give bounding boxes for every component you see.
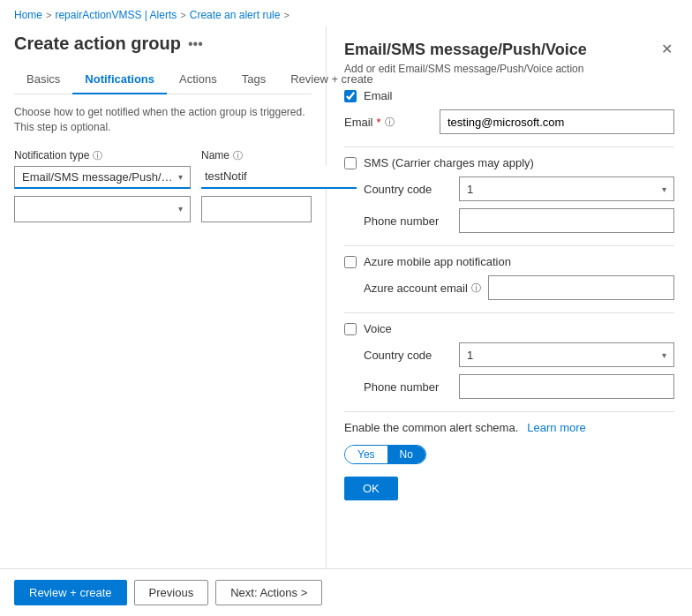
azure-email-info-icon[interactable]: ⓘ (471, 282, 481, 295)
notification-type-select[interactable]: Email/SMS message/Push/Voice ▾ (14, 166, 191, 189)
sms-country-code-label: Country code (364, 183, 452, 196)
tabs-nav: Basics Notifications Actions Tags Review… (14, 64, 312, 94)
more-options-icon[interactable]: ••• (188, 36, 203, 52)
voice-checkbox-row: Voice (344, 322, 674, 335)
sms-phone-label: Phone number (364, 214, 452, 228)
email-label: Email (364, 89, 393, 102)
common-alert-row: Enable the common alert schema. Learn mo… (344, 421, 674, 434)
notification-type-label: Notification type ⓘ (14, 149, 191, 162)
notification-type-select-2[interactable]: ▾ (14, 196, 191, 222)
breadcrumb-current[interactable]: Create an alert rule (190, 9, 281, 21)
azure-checkbox[interactable] (344, 256, 357, 268)
sms-phone-row: Phone number (344, 208, 674, 233)
divider-4 (344, 411, 674, 412)
email-field-label: Email * ⓘ (344, 116, 432, 129)
azure-checkbox-row: Azure mobile app notification (344, 255, 674, 268)
sms-phone-input[interactable] (459, 208, 674, 233)
email-field-row: Email * ⓘ (344, 109, 674, 134)
form-inputs-row-2: ▾ (14, 196, 312, 222)
next-button[interactable]: Next: Actions > (215, 580, 322, 605)
azure-email-input[interactable] (488, 275, 674, 300)
voice-phone-input[interactable] (459, 374, 674, 399)
voice-phone-label: Phone number (364, 380, 452, 394)
voice-country-code-row: Country code 1 ▾ (344, 342, 674, 367)
common-alert-label: Enable the common alert schema. (344, 421, 518, 434)
tab-basics[interactable]: Basics (14, 65, 72, 94)
voice-checkbox[interactable] (344, 323, 357, 335)
tab-actions[interactable]: Actions (167, 65, 229, 94)
toggle-no[interactable]: No (387, 446, 425, 463)
breadcrumb: Home > repairActionVMSS | Alerts > Creat… (0, 0, 692, 26)
breadcrumb-sep-2: > (180, 10, 185, 20)
voice-country-code-select[interactable]: 1 ▾ (459, 342, 674, 367)
ok-button[interactable]: OK (344, 477, 398, 500)
toggle-group: Yes No (344, 445, 426, 464)
email-section: Email Email * ⓘ (344, 89, 674, 134)
sms-section: SMS (Carrier charges may apply) Country … (344, 156, 674, 233)
notification-name-input-2[interactable] (201, 196, 312, 222)
learn-more-link[interactable]: Learn more (527, 421, 585, 434)
previous-button[interactable]: Previous (134, 580, 209, 605)
azure-email-label: Azure account email ⓘ (364, 282, 481, 295)
voice-country-code-arrow-icon: ▾ (662, 350, 666, 360)
page-title: Create action group (14, 34, 181, 54)
divider-3 (344, 312, 674, 313)
email-checkbox[interactable] (344, 90, 357, 102)
tab-tags[interactable]: Tags (229, 65, 278, 94)
tab-notifications[interactable]: Notifications (72, 65, 167, 94)
step-description: Choose how to get notified when the acti… (14, 105, 312, 135)
name-info-icon[interactable]: ⓘ (233, 149, 243, 162)
review-create-button[interactable]: Review + create (14, 580, 127, 605)
notification-type-arrow-icon: ▾ (178, 172, 183, 182)
toggle-yes[interactable]: Yes (345, 446, 387, 463)
breadcrumb-home[interactable]: Home (14, 9, 42, 21)
bottom-bar: Review + create Previous Next: Actions > (0, 568, 692, 616)
breadcrumb-sep-1: > (46, 10, 51, 20)
azure-section: Azure mobile app notification Azure acco… (344, 255, 674, 300)
sms-country-code-value: 1 (467, 183, 662, 196)
notification-type-info-icon[interactable]: ⓘ (93, 149, 102, 162)
breadcrumb-sep-3: > (283, 10, 289, 20)
form-labels-row: Notification type ⓘ Name ⓘ (14, 149, 312, 162)
divider-2 (344, 245, 674, 246)
email-checkbox-row: Email (344, 89, 674, 102)
panel-header: Email/SMS message/Push/Voice ✕ (344, 41, 674, 59)
voice-country-code-value: 1 (467, 349, 662, 362)
breadcrumb-alerts[interactable]: repairActionVMSS | Alerts (55, 9, 177, 21)
panel-title: Email/SMS message/Push/Voice (344, 41, 587, 59)
sms-country-code-row: Country code 1 ▾ (344, 177, 674, 201)
form-inputs-row: Email/SMS message/Push/Voice ▾ (14, 166, 312, 189)
voice-phone-row: Phone number (344, 374, 674, 399)
divider-1 (344, 146, 674, 147)
sms-checkbox-row: SMS (Carrier charges may apply) (344, 156, 674, 169)
close-button[interactable]: ✕ (659, 41, 674, 58)
sms-country-code-arrow-icon: ▾ (662, 184, 666, 194)
email-input[interactable] (440, 109, 674, 134)
sms-checkbox[interactable] (344, 157, 357, 169)
voice-label: Voice (364, 322, 392, 335)
sms-label: SMS (Carrier charges may apply) (364, 156, 534, 169)
email-required-marker: * (377, 116, 381, 129)
panel-subtitle: Add or edit Email/SMS message/Push/Voice… (344, 63, 674, 75)
azure-label: Azure mobile app notification (364, 255, 511, 268)
voice-section: Voice Country code 1 ▾ Phone number (344, 322, 674, 399)
side-panel: Email/SMS message/Push/Voice ✕ Add or ed… (327, 26, 692, 568)
voice-country-code-label: Country code (364, 349, 452, 362)
sms-country-code-select[interactable]: 1 ▾ (459, 177, 674, 201)
email-info-icon[interactable]: ⓘ (385, 116, 395, 129)
select-2-arrow-icon: ▾ (178, 204, 183, 214)
notification-type-value: Email/SMS message/Push/Voice (22, 170, 175, 184)
name-label: Name ⓘ (201, 149, 312, 162)
azure-email-row: Azure account email ⓘ (344, 275, 674, 300)
